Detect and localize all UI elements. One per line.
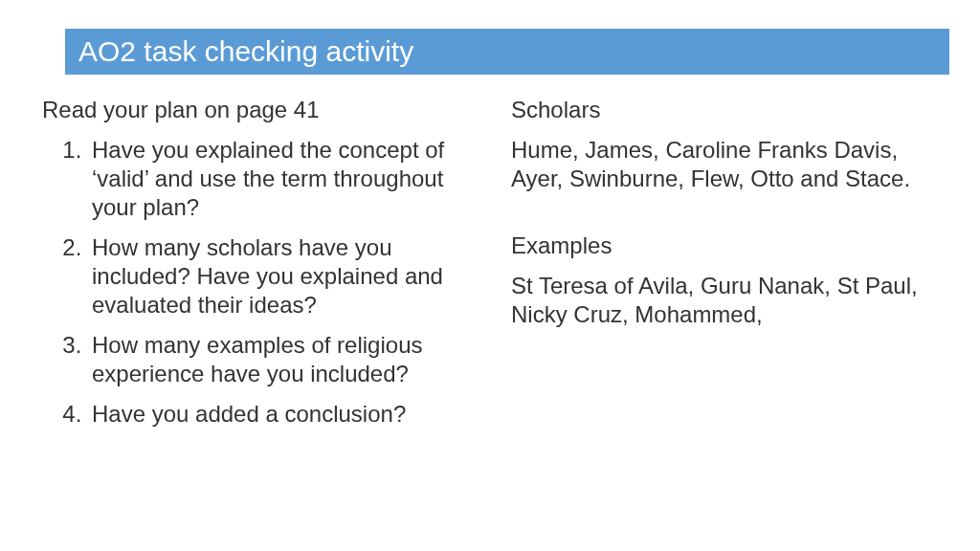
list-item: Have you added a conclusion? xyxy=(88,400,482,429)
scholars-heading: Scholars xyxy=(511,96,949,124)
list-item: How many examples of religious experienc… xyxy=(88,331,482,388)
title-bar: AO2 task checking activity xyxy=(65,29,949,75)
right-column: Scholars Hume, James, Caroline Franks Da… xyxy=(492,96,949,532)
spacer xyxy=(511,205,949,231)
slide-title: AO2 task checking activity xyxy=(78,35,413,68)
list-item: How many scholars have you included? Hav… xyxy=(88,233,482,320)
content-area: Read your plan on page 41 Have you expla… xyxy=(42,96,949,532)
examples-body: St Teresa of Avila, Guru Nanak, St Paul,… xyxy=(511,272,949,329)
examples-heading: Examples xyxy=(511,231,949,260)
left-column: Read your plan on page 41 Have you expla… xyxy=(42,96,492,532)
list-item: Have you explained the concept of ‘valid… xyxy=(88,136,482,222)
checklist: Have you explained the concept of ‘valid… xyxy=(42,136,482,429)
scholars-body: Hume, James, Caroline Franks Davis, Ayer… xyxy=(511,136,949,193)
intro-text: Read your plan on page 41 xyxy=(42,96,482,124)
